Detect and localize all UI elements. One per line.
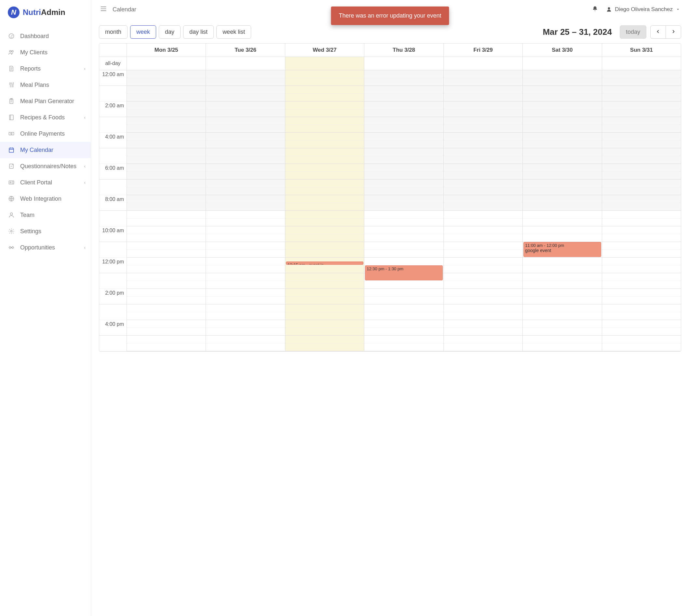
sidebar-item-online-payments[interactable]: Online Payments [0, 126, 91, 142]
allday-cell[interactable] [364, 57, 443, 70]
notifications-icon[interactable] [592, 6, 598, 13]
sidebar-nav: DashboardMy ClientsReports‹Meal PlansMea… [0, 25, 91, 259]
day-header[interactable]: Sun 3/31 [602, 44, 681, 57]
topbar: Calendar There was an error updating you… [91, 0, 689, 19]
gauge-icon [8, 32, 15, 40]
user-name: Diego Oliveira Sanchez [615, 6, 673, 13]
svg-rect-8 [9, 148, 13, 152]
sidebar-item-label: Client Portal [20, 179, 52, 186]
sidebar-item-team[interactable]: Team [0, 207, 91, 223]
chevron-left-icon: ‹ [84, 180, 86, 185]
sidebar-item-label: Dashboard [20, 33, 49, 40]
person-icon [8, 212, 15, 219]
logo[interactable]: N NutriAdmin [0, 0, 91, 25]
time-column: 12:00 am1:00 am2:00 am3:00 am4:00 am5:00… [99, 70, 127, 351]
sidebar: N NutriAdmin DashboardMy ClientsReports‹… [0, 0, 91, 616]
sidebar-item-label: Questionnaires/Notes [20, 163, 77, 170]
event-title: google event [525, 248, 599, 253]
logo-icon: N [8, 6, 20, 18]
allday-cell[interactable] [285, 57, 364, 70]
day-column[interactable] [602, 70, 681, 351]
day-column[interactable]: 12:15 pm - event in [285, 70, 364, 351]
allday-cell[interactable] [206, 57, 285, 70]
sidebar-item-my-calendar[interactable]: My Calendar [0, 142, 91, 158]
event-time: 12:30 pm - 1:30 pm [367, 266, 403, 271]
svg-point-1 [9, 50, 11, 52]
sidebar-item-label: Team [20, 212, 35, 219]
svg-point-11 [10, 182, 11, 183]
sidebar-item-client-portal[interactable]: Client Portal‹ [0, 174, 91, 191]
id-icon [8, 179, 15, 186]
handshake-icon [8, 244, 15, 251]
header-corner [99, 44, 127, 57]
chevron-left-icon: ‹ [84, 115, 86, 120]
sidebar-item-label: Recipes & Foods [20, 114, 65, 121]
prev-button[interactable] [650, 25, 666, 39]
day-column[interactable] [206, 70, 285, 351]
calendar-icon [8, 146, 15, 154]
sidebar-item-questionnaires-notes[interactable]: Questionnaires/Notes‹ [0, 158, 91, 174]
event-time: 12:15 pm - event in [287, 262, 324, 265]
sidebar-item-dashboard[interactable]: Dashboard [0, 28, 91, 44]
sidebar-item-label: Meal Plan Generator [20, 98, 74, 105]
day-header[interactable]: Wed 3/27 [285, 44, 364, 57]
day-column[interactable] [127, 70, 206, 351]
allday-cell[interactable] [127, 57, 206, 70]
chevron-left-icon: ‹ [84, 245, 86, 250]
allday-label: all-day [99, 57, 127, 70]
allday-cell[interactable] [522, 57, 602, 70]
sidebar-item-settings[interactable]: Settings [0, 223, 91, 239]
view-day-list-button[interactable]: day list [183, 25, 214, 39]
calendar-body[interactable]: 12:00 am1:00 am2:00 am3:00 am4:00 am5:00… [99, 70, 681, 351]
calendar-header: Mon 3/25Tue 3/26Wed 3/27Thu 3/28Fri 3/29… [99, 44, 681, 57]
sidebar-item-label: Settings [20, 228, 41, 235]
view-week-button[interactable]: week [130, 25, 156, 39]
sidebar-item-meal-plan-generator[interactable]: Meal Plan Generator [0, 93, 91, 109]
sidebar-item-meal-plans[interactable]: Meal Plans [0, 77, 91, 93]
view-day-button[interactable]: day [159, 25, 180, 39]
sidebar-item-recipes-foods[interactable]: Recipes & Foods‹ [0, 109, 91, 126]
fork-icon [8, 81, 15, 88]
calendar-event[interactable]: 12:30 pm - 1:30 pm [365, 265, 443, 280]
svg-point-14 [11, 230, 13, 232]
chevron-left-icon: ‹ [84, 66, 86, 71]
svg-point-13 [10, 213, 13, 215]
day-column[interactable]: 12:30 pm - 1:30 pm [364, 70, 443, 351]
day-header[interactable]: Sat 3/30 [522, 44, 602, 57]
cash-icon [8, 130, 15, 137]
calendar-event[interactable]: 12:15 pm - event in [286, 262, 363, 265]
allday-cell[interactable] [602, 57, 681, 70]
next-button[interactable] [666, 25, 681, 39]
day-header[interactable]: Thu 3/28 [364, 44, 443, 57]
sidebar-item-my-clients[interactable]: My Clients [0, 44, 91, 61]
day-header[interactable]: Mon 3/25 [127, 44, 206, 57]
event-time: 11:00 am - 12:00 pm [525, 243, 564, 248]
view-month-button[interactable]: month [99, 25, 128, 39]
logo-text: NutriAdmin [23, 8, 65, 17]
globe-icon [8, 195, 15, 202]
file-icon [8, 65, 15, 72]
breadcrumb: Calendar [112, 6, 136, 13]
view-week-list-button[interactable]: week list [216, 25, 251, 39]
svg-rect-10 [9, 181, 14, 184]
sidebar-item-web-integration[interactable]: Web Integration [0, 191, 91, 207]
day-column[interactable]: 11:00 am - 12:00 pmgoogle event [522, 70, 602, 351]
calendar-event[interactable]: 11:00 am - 12:00 pmgoogle event [523, 242, 601, 257]
svg-point-7 [11, 133, 12, 134]
day-column[interactable] [444, 70, 522, 351]
user-menu[interactable]: Diego Oliveira Sanchez [606, 6, 680, 13]
allday-cell[interactable] [444, 57, 522, 70]
clipboard-icon [8, 97, 15, 105]
hamburger-icon[interactable] [100, 6, 107, 13]
sidebar-item-label: Meal Plans [20, 82, 49, 88]
sidebar-item-reports[interactable]: Reports‹ [0, 61, 91, 77]
today-button[interactable]: today [620, 25, 646, 39]
error-alert: There was an error updating your event [331, 6, 449, 25]
svg-point-2 [12, 50, 13, 52]
sidebar-item-opportunities[interactable]: Opportunities‹ [0, 239, 91, 256]
day-header[interactable]: Fri 3/29 [444, 44, 522, 57]
calendar-allday-row: all-day [99, 57, 681, 70]
day-header[interactable]: Tue 3/26 [206, 44, 285, 57]
users-icon [8, 49, 15, 56]
view-buttons: monthweekdayday listweek list [99, 25, 251, 39]
